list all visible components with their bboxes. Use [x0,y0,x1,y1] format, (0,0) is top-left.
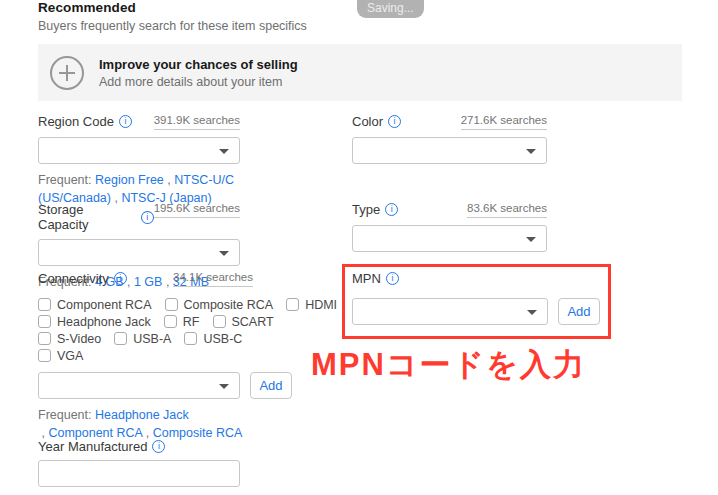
info-icon[interactable]: i [152,440,165,453]
checkbox-option: Component RCA [38,298,152,312]
storage-capacity-select[interactable] [38,239,240,266]
connectivity-search-count: 34.1K searches [173,271,253,287]
dropdown-caret-icon [219,384,229,389]
color-select[interactable] [352,137,547,164]
frequent-label: Frequent: [38,173,92,187]
annotation-text: MPNコードを入力 [311,344,586,386]
checkbox-option: HDMI [286,298,337,312]
recommended-section-header: Recommended Buyers frequently search for… [38,0,307,33]
saving-status-badge: Saving... [357,0,424,18]
frequent-label: Frequent: [38,408,92,422]
checkbox[interactable] [38,298,51,311]
year-manufactured-label: Year Manufactured i [38,439,165,454]
section-subtitle: Buyers frequently search for these item … [38,19,307,33]
banner-text: Improve your chances of selling Add more… [99,57,298,89]
checkbox[interactable] [165,298,178,311]
checkbox[interactable] [38,315,51,328]
info-icon[interactable]: i [141,211,154,224]
storage-capacity-label: Storage Capacity i [38,202,154,232]
storage-capacity-search-count: 195.6K searches [154,202,240,218]
region-code-search-count: 391.9K searches [154,114,240,130]
region-code-select[interactable] [38,137,240,164]
section-title: Recommended [38,0,307,15]
connectivity-label: Connectivity i [38,271,127,286]
checkbox-option: RF [164,315,200,329]
region-code-label: Region Code i [38,114,132,129]
checkbox[interactable] [213,315,226,328]
frequent-link[interactable]: Region Free [95,173,164,187]
dropdown-caret-icon [526,149,536,154]
banner-title: Improve your chances of selling [99,57,298,72]
checkbox-option: Headphone Jack [38,315,151,329]
checkbox[interactable] [286,298,299,311]
dropdown-caret-icon [219,149,229,154]
type-search-count: 83.6K searches [467,202,547,218]
checkbox[interactable] [184,332,197,345]
region-code-field: Region Code i 391.9K searches Frequent: … [38,114,240,207]
color-label: Color i [352,114,401,129]
info-icon[interactable]: i [388,115,401,128]
frequent-link[interactable]: Headphone Jack [95,408,189,422]
checkbox-option: USB-C [184,332,242,346]
connectivity-frequent: Frequent: Headphone Jack , Component RCA… [38,406,263,442]
connectivity-select[interactable] [38,372,240,399]
mpn-field: MPN i Add [352,271,598,325]
color-field: Color i 271.6K searches [352,114,547,164]
dropdown-caret-icon [219,251,229,256]
connectivity-options: Component RCA Composite RCA HDMI Headpho… [38,296,330,364]
info-icon[interactable]: i [385,203,398,216]
item-specifics-page: Recommended Buyers frequently search for… [0,0,718,495]
dropdown-caret-icon [526,237,536,242]
type-field: Type i 83.6K searches [352,202,547,252]
checkbox-option: VGA [38,349,83,363]
info-icon[interactable]: i [114,272,127,285]
dropdown-caret-icon [527,310,537,315]
mpn-select[interactable] [352,298,548,325]
checkbox-option: S-Video [38,332,101,346]
banner-subtitle: Add more details about your item [99,75,298,89]
checkbox[interactable] [38,332,51,345]
type-label: Type i [352,202,398,217]
connectivity-add-button[interactable]: Add [250,372,292,399]
checkbox[interactable] [38,349,51,362]
checkbox[interactable] [114,332,127,345]
connectivity-field: Connectivity i 34.1K searches Component … [38,271,330,442]
year-manufactured-field: Year Manufactured i [38,439,240,487]
improve-selling-banner: Improve your chances of selling Add more… [38,44,682,101]
checkbox[interactable] [164,315,177,328]
mpn-add-button[interactable]: Add [558,298,600,325]
checkbox-option: Composite RCA [165,298,274,312]
info-icon[interactable]: i [386,272,399,285]
info-icon[interactable]: i [119,115,132,128]
checkbox-option: USB-A [114,332,171,346]
checkbox-option: SCART [213,315,274,329]
type-select[interactable] [352,225,547,252]
plus-circle-icon [50,56,84,90]
year-manufactured-input[interactable] [38,460,240,487]
color-search-count: 271.6K searches [461,114,547,130]
mpn-label: MPN i [352,271,399,286]
